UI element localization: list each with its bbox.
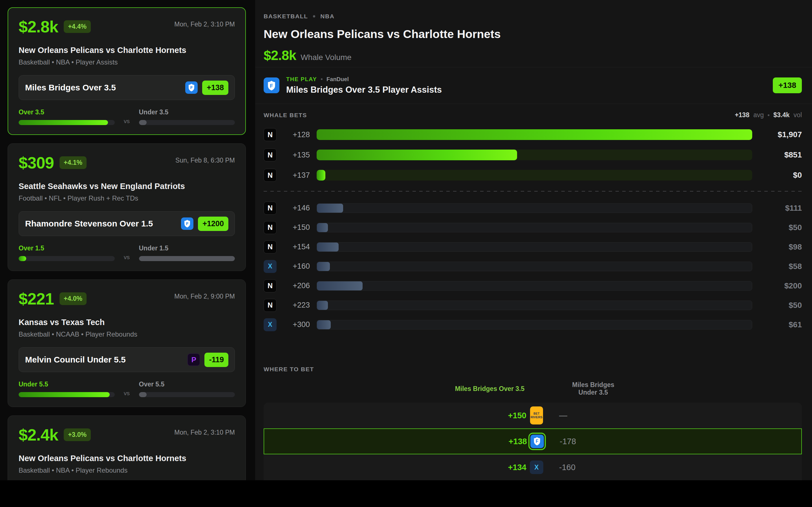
whale-feed-sidebar: $2.8k +4.4% Mon, Feb 2, 3:10 PM New Orle… — [0, 0, 255, 480]
play-odds-badge[interactable]: +138 — [773, 77, 802, 93]
under-odds: — — [547, 411, 620, 420]
under-bar — [18, 392, 115, 397]
over-column-header: Miles Bridges Over 3.5 — [453, 385, 526, 393]
prizepicks-icon — [188, 353, 200, 366]
whale-card-pelicans-hornets-rebounds[interactable]: $2.4k +3.0% Mon, Feb 2, 3:10 PM New Orle… — [8, 415, 246, 480]
the-play-eyebrow: THE PLAY — [286, 76, 317, 82]
bet-amount: $200 — [760, 281, 802, 290]
pick-row[interactable]: Rhamondre Stevenson Over 1.5 F +1200 — [18, 211, 235, 236]
svg-text:F: F — [270, 83, 273, 89]
whale-bet-row[interactable]: +128 $1,907 — [264, 124, 802, 145]
whale-card-kansas-texastech[interactable]: $221 +4.0% Mon, Feb 2, 9:00 PM Kansas vs… — [8, 279, 246, 407]
under-column-header: Miles Bridges Under 3.5 — [547, 381, 620, 396]
svg-text:F: F — [186, 221, 189, 226]
event-detail-panel: BASKETBALL NBA New Orleans Pelicans vs C… — [255, 0, 812, 480]
page-title: New Orleans Pelicans vs Charlotte Hornet… — [264, 27, 802, 41]
change-badge: +4.1% — [59, 156, 87, 169]
over-label: Over 1.5 — [18, 244, 115, 252]
whale-bet-row[interactable]: +154 $98 — [264, 237, 802, 257]
fanduel-icon: F — [181, 217, 193, 230]
change-badge: +4.4% — [64, 20, 91, 33]
novig-icon — [264, 221, 276, 234]
bet-odds: +135 — [276, 151, 310, 159]
novig-icon — [264, 202, 276, 215]
whale-bet-row[interactable]: +135 $851 — [264, 145, 802, 165]
event-datetime: Mon, Feb 2, 3:10 PM — [174, 429, 235, 436]
separator-dot — [321, 78, 322, 80]
whale-bets-stats: +138 avg $3.4k vol — [735, 111, 802, 119]
over-bar — [18, 120, 115, 125]
bet-amount: $50 — [760, 301, 802, 310]
vs-label: vs — [115, 244, 139, 261]
x-book-icon — [264, 318, 276, 331]
play-title: Miles Bridges Over 3.5 Player Assists — [286, 85, 442, 95]
odds-badge: +1200 — [198, 217, 229, 231]
play-book-name: FanDuel — [326, 76, 349, 82]
over-under-split: Under 5.5 vs Over 5.5 — [18, 381, 235, 397]
over-odds[interactable]: +138 — [454, 437, 527, 446]
bet-amount: $1,907 — [760, 130, 802, 139]
bet-odds: +154 — [276, 242, 310, 251]
volume-bar — [317, 129, 752, 140]
under-bar — [139, 120, 235, 125]
separator-dot — [768, 114, 769, 116]
whale-bets-heading: WHALE BETS — [264, 112, 307, 119]
event-datetime: Sun, Feb 8, 6:30 PM — [175, 157, 235, 164]
fanduel-icon: F — [185, 81, 198, 94]
vs-label: vs — [115, 381, 139, 397]
event-body: WHALE BETS +138 avg $3.4k vol +128 $1,90… — [255, 104, 812, 480]
pick-row[interactable]: Melvin Council Under 5.5 -119 — [18, 347, 235, 372]
whale-card-pelicans-hornets-assists[interactable]: $2.8k +4.4% Mon, Feb 2, 3:10 PM New Orle… — [8, 7, 246, 135]
fanduel-icon: F — [530, 435, 544, 448]
whale-bet-row[interactable]: +206 $200 — [264, 276, 802, 295]
bet-odds: +206 — [276, 281, 310, 290]
novig-icon — [264, 279, 276, 292]
volume-bar — [317, 242, 752, 252]
bet-amount: $98 — [760, 242, 802, 251]
under-odds[interactable]: -160 — [547, 463, 620, 472]
novig-icon — [264, 169, 276, 182]
whale-card-seahawks-patriots[interactable]: $309 +4.1% Sun, Feb 8, 6:30 PM Seattle S… — [8, 144, 246, 271]
volume-bar — [317, 203, 752, 213]
over-label: Over 3.5 — [18, 108, 115, 116]
odds-badge: +138 — [202, 80, 229, 95]
volume-bar — [317, 281, 752, 291]
bet-odds: +223 — [276, 301, 310, 309]
whale-bet-row[interactable]: +223 $50 — [264, 295, 802, 315]
sportsbook-row-x[interactable]: +134 -160 — [264, 454, 802, 480]
novig-icon — [264, 149, 276, 161]
whale-bet-row[interactable]: +150 $50 — [264, 218, 802, 237]
avg-odds-label: avg — [753, 111, 764, 119]
event-datetime: Mon, Feb 2, 9:00 PM — [174, 293, 235, 300]
breadcrumb-sport[interactable]: BASKETBALL — [264, 13, 308, 20]
sportsbook-row-fanduel-best[interactable]: +138 F -178 — [264, 429, 802, 454]
breadcrumb-league[interactable]: NBA — [320, 13, 335, 20]
breadcrumb: BASKETBALL NBA — [264, 13, 802, 20]
change-badge: +4.0% — [59, 292, 87, 305]
whale-bet-row[interactable]: +137 $0 — [264, 165, 802, 185]
the-play-section[interactable]: F THE PLAY FanDuel Miles Bridges Over 3.… — [255, 67, 812, 104]
bet-odds: +137 — [276, 171, 310, 180]
event-meta: Basketball • NBA • Player Assists — [18, 58, 235, 66]
whale-bet-row[interactable]: +146 $111 — [264, 198, 802, 218]
whale-bet-row[interactable]: +160 $58 — [264, 257, 802, 276]
under-odds[interactable]: -178 — [547, 437, 620, 446]
volume-bar — [317, 300, 752, 310]
sportsbook-row-betrivers[interactable]: +150 — — [264, 402, 802, 429]
bet-odds: +146 — [276, 204, 310, 212]
pick-title: Rhamondre Stevenson Over 1.5 — [25, 219, 181, 228]
total-vol-label: vol — [794, 111, 802, 119]
whale-bet-row[interactable]: +300 $61 — [264, 315, 802, 334]
over-odds[interactable]: +134 — [453, 463, 526, 472]
odds-badge: -119 — [204, 353, 229, 367]
svg-text:F: F — [536, 439, 539, 444]
app-window: $2.8k +4.4% Mon, Feb 2, 3:10 PM New Orle… — [0, 0, 812, 480]
where-to-bet-heading: WHERE TO BET — [264, 366, 314, 372]
volume-bar — [317, 150, 752, 160]
bet-odds: +300 — [276, 320, 310, 329]
bet-odds: +128 — [276, 130, 310, 139]
volume-bar — [317, 170, 752, 180]
over-odds[interactable]: +150 — [453, 411, 526, 420]
whale-amount: $309 — [18, 153, 54, 172]
pick-row[interactable]: Miles Bridges Over 3.5 F +138 — [18, 75, 235, 100]
